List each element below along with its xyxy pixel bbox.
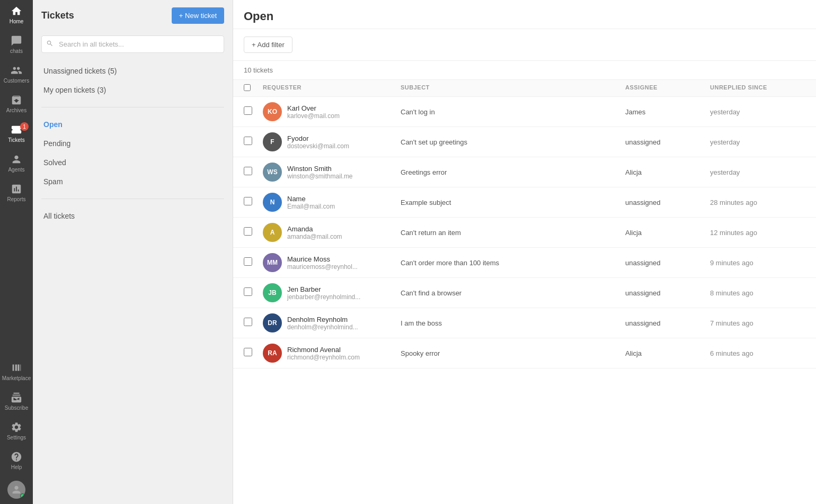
search-input[interactable] [41, 35, 224, 53]
sidebar-item-marketplace[interactable]: Marketplace [0, 357, 33, 386]
requester-cell: MM Maurice Moss mauricemoss@reynhol... [263, 253, 401, 272]
page-title: Open [244, 10, 273, 23]
requester-email: richmond@reynholm.com [287, 354, 360, 361]
time-cell: yesterday [710, 108, 805, 116]
sidebar-item-tickets[interactable]: 1 Tickets [0, 119, 33, 148]
assignee-cell: unassigned [625, 199, 710, 206]
requester-cell: DR Denholm Reynholm denholm@reynholmind.… [263, 313, 401, 332]
requester-email: winston@smithmail.me [287, 173, 353, 180]
ticket-count: 10 tickets [233, 61, 816, 80]
new-ticket-button[interactable]: + New ticket [172, 7, 224, 24]
assignee-cell: James [625, 108, 710, 116]
table-row[interactable]: RA Richmond Avenal richmond@reynholm.com… [233, 338, 816, 368]
time-cell: yesterday [710, 168, 805, 176]
col-assignee: ASSIGNEE [625, 84, 710, 92]
nav-item-solved[interactable]: Solved [33, 153, 233, 172]
nav-item-myopen[interactable]: My open tickets (3) [33, 80, 233, 100]
nav-section-top: Unassigned tickets (5) My open tickets (… [33, 57, 233, 104]
row-checkbox[interactable] [244, 318, 252, 326]
sidebar-item-profile[interactable] [0, 475, 33, 504]
row-checkbox-cell [244, 287, 263, 298]
sidebar-item-agents[interactable]: Agents [0, 148, 33, 178]
requester-cell: N Name Email@mail.com [263, 193, 401, 212]
row-checkbox-cell [244, 106, 263, 117]
tickets-badge: 1 [20, 122, 29, 131]
left-panel: Tickets + New ticket Unassigned tickets … [33, 0, 233, 504]
sidebar: Home chats Customers Archives 1 Tickets … [0, 0, 33, 504]
table-row[interactable]: KO Karl Over karlove@mail.com Can't log … [233, 97, 816, 127]
user-avatar [7, 481, 25, 499]
nav-section-all: All tickets [33, 202, 233, 230]
nav-divider-1 [41, 107, 224, 107]
avatar: MM [263, 253, 282, 272]
subject-cell: Spooky error [401, 349, 625, 357]
requester-info: Richmond Avenal richmond@reynholm.com [287, 346, 360, 361]
requester-name: Maurice Moss [287, 255, 358, 263]
avatar: F [263, 132, 282, 151]
assignee-cell: Alicja [625, 349, 710, 357]
table-row[interactable]: DR Denholm Reynholm denholm@reynholmind.… [233, 308, 816, 338]
select-all-checkbox[interactable] [244, 84, 251, 91]
subject-cell: Greetings error [401, 168, 625, 176]
sidebar-item-reports[interactable]: Reports [0, 178, 33, 208]
sidebar-label-customers: Customers [4, 78, 29, 84]
nav-item-all[interactable]: All tickets [33, 206, 233, 226]
time-cell: 28 minutes ago [710, 199, 805, 206]
col-requester: REQUESTER [263, 84, 401, 92]
table-row[interactable]: A Amanda amanda@mail.com Can't return an… [233, 218, 816, 248]
nav-item-open[interactable]: Open [33, 115, 233, 134]
requester-email: dostoevski@mail.com [287, 142, 349, 150]
requester-name: Richmond Avenal [287, 346, 360, 354]
table-row[interactable]: JB Jen Barber jenbarber@reynholmind... C… [233, 278, 816, 308]
row-checkbox[interactable] [244, 106, 252, 115]
requester-email: mauricemoss@reynhol... [287, 263, 358, 271]
row-checkbox-cell [244, 167, 263, 177]
subject-cell: Can't set up greetings [401, 138, 625, 146]
nav-item-spam[interactable]: Spam [33, 172, 233, 191]
sidebar-item-chats[interactable]: chats [0, 30, 33, 59]
assignee-cell: unassigned [625, 138, 710, 146]
time-cell: 9 minutes ago [710, 259, 805, 267]
row-checkbox-cell [244, 197, 263, 208]
nav-item-pending[interactable]: Pending [33, 134, 233, 153]
sidebar-label-marketplace: Marketplace [2, 375, 31, 381]
avatar: RA [263, 344, 282, 363]
row-checkbox[interactable] [244, 227, 252, 236]
time-cell: 6 minutes ago [710, 349, 805, 357]
row-checkbox[interactable] [244, 287, 252, 296]
sidebar-label-help: Help [11, 464, 22, 470]
sidebar-item-help[interactable]: Help [0, 446, 33, 475]
table-row[interactable]: MM Maurice Moss mauricemoss@reynhol... C… [233, 248, 816, 278]
requester-name: Fyodor [287, 134, 349, 142]
sidebar-item-customers[interactable]: Customers [0, 59, 33, 89]
requester-cell: RA Richmond Avenal richmond@reynholm.com [263, 344, 401, 363]
sidebar-item-archives[interactable]: Archives [0, 89, 33, 119]
sidebar-item-settings[interactable]: Settings [0, 416, 33, 446]
table-row[interactable]: N Name Email@mail.com Example subject un… [233, 187, 816, 218]
col-checkbox [244, 84, 263, 92]
requester-cell: KO Karl Over karlove@mail.com [263, 102, 401, 121]
requester-email: denholm@reynholmind... [287, 323, 358, 331]
subject-cell: I am the boss [401, 319, 625, 327]
sidebar-item-subscribe[interactable]: Subscribe [0, 386, 33, 416]
row-checkbox[interactable] [244, 197, 252, 205]
time-cell: 12 minutes ago [710, 229, 805, 237]
assignee-cell: unassigned [625, 319, 710, 327]
row-checkbox-cell [244, 348, 263, 358]
row-checkbox[interactable] [244, 137, 252, 145]
sidebar-item-home[interactable]: Home [0, 0, 33, 30]
sidebar-label-tickets: Tickets [8, 137, 24, 143]
add-filter-button[interactable]: + Add filter [244, 37, 292, 53]
row-checkbox[interactable] [244, 257, 252, 266]
subject-cell: Can't return an item [401, 229, 625, 237]
avatar: WS [263, 163, 282, 182]
nav-section-status: Open Pending Solved Spam [33, 111, 233, 195]
table-row[interactable]: WS Winston Smith winston@smithmail.me Gr… [233, 157, 816, 187]
row-checkbox-cell [244, 137, 263, 147]
nav-item-unassigned[interactable]: Unassigned tickets (5) [33, 61, 233, 80]
row-checkbox[interactable] [244, 348, 252, 356]
requester-name: Winston Smith [287, 165, 353, 173]
row-checkbox[interactable] [244, 167, 252, 175]
table-row[interactable]: F Fyodor dostoevski@mail.com Can't set u… [233, 127, 816, 157]
requester-info: Denholm Reynholm denholm@reynholmind... [287, 316, 358, 331]
